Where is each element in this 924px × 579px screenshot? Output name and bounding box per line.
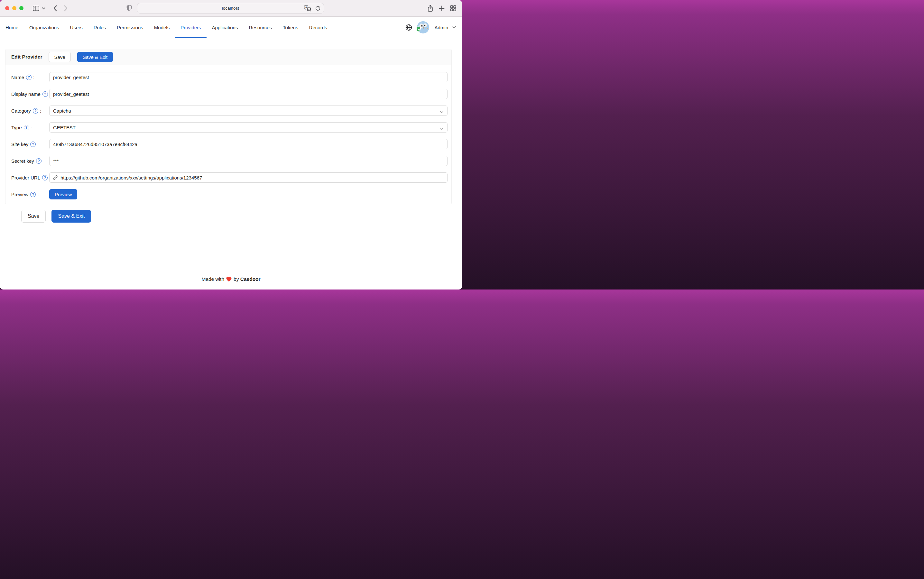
field-label: Secret key — [11, 158, 34, 164]
user-name[interactable]: Admin — [434, 25, 448, 30]
save-exit-button[interactable]: Save & Exit — [77, 52, 113, 62]
form-row-type: Type ? : GEETEST — [11, 122, 448, 132]
svg-text:A: A — [305, 6, 307, 9]
heart-icon — [226, 277, 232, 283]
privacy-shield-icon[interactable] — [126, 5, 132, 11]
category-select-value: Captcha — [53, 108, 71, 114]
nav-item-roles[interactable]: Roles — [88, 17, 111, 38]
sidebar-toggle-icon[interactable] — [33, 5, 39, 11]
translate-icon[interactable]: A — [304, 5, 311, 11]
nav-item-applications[interactable]: Applications — [206, 17, 244, 38]
field-label: Type — [11, 125, 22, 130]
help-icon[interactable]: ? — [26, 75, 31, 80]
site-key-input[interactable] — [49, 139, 448, 149]
name-input[interactable] — [49, 72, 448, 82]
zoom-window-button[interactable] — [19, 6, 23, 10]
help-icon[interactable]: ? — [30, 142, 36, 147]
page-content: Edit Provider Save Save & Exit Name ? : — [0, 38, 462, 290]
form-row-category: Category ? : Captcha — [11, 106, 448, 116]
nav-item-records[interactable]: Records — [304, 17, 333, 38]
app-navbar: Home Organizations Users Roles Permissio… — [0, 17, 462, 38]
help-icon[interactable]: ? — [33, 108, 38, 114]
browser-titlebar: localhost A — [0, 0, 462, 17]
provider-form: Name ? : Display name ? : — [5, 65, 451, 204]
help-icon[interactable]: ? — [42, 175, 47, 180]
help-icon[interactable]: ? — [43, 92, 48, 97]
nav-item-tokens[interactable]: Tokens — [277, 17, 304, 38]
nav-item-permissions[interactable]: Permissions — [111, 17, 149, 38]
field-label: Display name — [11, 92, 41, 97]
bottom-actions: Save Save & Exit — [21, 210, 91, 222]
nav-item-overflow[interactable]: ··· — [333, 17, 348, 38]
footer-brand[interactable]: Casdoor — [240, 276, 261, 282]
address-bar[interactable]: localhost A — [137, 3, 324, 13]
nav-item-resources[interactable]: Resources — [243, 17, 277, 38]
type-select[interactable]: GEETEST — [49, 122, 448, 132]
field-label: Preview — [11, 192, 28, 197]
category-select[interactable]: Captcha — [49, 106, 448, 116]
form-row-site-key: Site key ? — [11, 139, 448, 149]
secret-key-input[interactable] — [49, 156, 448, 166]
type-select-value: GEETEST — [53, 125, 75, 130]
minimize-window-button[interactable] — [12, 6, 16, 10]
nav-item-organizations[interactable]: Organizations — [24, 17, 65, 38]
field-label: Site key — [11, 142, 28, 147]
card-header: Edit Provider Save Save & Exit — [5, 49, 451, 65]
field-label: Name — [11, 75, 24, 80]
tab-group-chevron-icon[interactable] — [42, 7, 45, 10]
tab-overview-icon[interactable] — [450, 5, 456, 11]
language-icon[interactable] — [405, 24, 412, 31]
reload-icon[interactable] — [315, 5, 321, 11]
display-name-input[interactable] — [49, 89, 448, 99]
new-tab-icon[interactable] — [438, 5, 445, 11]
chevron-down-icon — [440, 109, 444, 114]
footer: Made withby Casdoor — [0, 276, 462, 283]
footer-text: by — [234, 276, 239, 282]
browser-window: localhost A — [0, 0, 462, 290]
field-label: Category — [11, 108, 31, 114]
save-exit-button-bottom[interactable]: Save & Exit — [51, 210, 91, 222]
page-title: Edit Provider — [11, 54, 42, 60]
help-icon[interactable]: ? — [24, 125, 29, 130]
save-button-bottom[interactable]: Save — [21, 210, 46, 222]
help-icon[interactable]: ? — [30, 192, 36, 197]
chevron-down-icon[interactable] — [452, 26, 456, 29]
nav-item-home[interactable]: Home — [0, 17, 24, 38]
form-row-provider-url: Provider URL ? : — [11, 172, 448, 183]
provider-url-input[interactable] — [49, 172, 448, 183]
traffic-lights — [5, 6, 23, 10]
nav-item-providers[interactable]: Providers — [175, 17, 206, 38]
chevron-down-icon — [440, 126, 444, 131]
form-row-display-name: Display name ? : — [11, 89, 448, 99]
form-row-preview: Preview ? : Preview — [11, 189, 448, 200]
help-icon[interactable]: ? — [36, 158, 41, 164]
field-label: Provider URL — [11, 175, 40, 180]
address-text: localhost — [222, 6, 239, 11]
forward-icon[interactable] — [64, 5, 68, 11]
avatar[interactable] — [417, 21, 430, 34]
form-row-name: Name ? : — [11, 72, 448, 82]
share-icon[interactable] — [427, 5, 434, 12]
back-icon[interactable] — [53, 5, 57, 11]
edit-provider-card: Edit Provider Save Save & Exit Name ? : — [5, 49, 452, 204]
form-row-secret-key: Secret key ? — [11, 156, 448, 166]
footer-text: Made with — [201, 276, 224, 282]
close-window-button[interactable] — [5, 6, 9, 10]
nav-item-users[interactable]: Users — [65, 17, 88, 38]
preview-button[interactable]: Preview — [49, 189, 77, 200]
nav-item-models[interactable]: Models — [149, 17, 175, 38]
save-button[interactable]: Save — [49, 52, 70, 62]
